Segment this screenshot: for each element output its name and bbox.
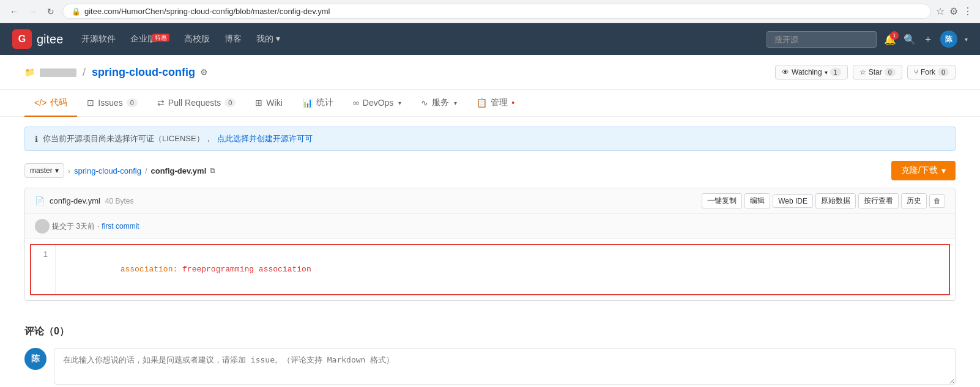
back-button[interactable]: ← bbox=[7, 5, 21, 18]
repo-title: 📁 / spring-cloud-config ⚙ bbox=[24, 66, 208, 79]
tab-nav: </> 代码 ⊡ Issues 0 ⇄ Pull Requests 0 ⊞ Wi… bbox=[0, 90, 980, 117]
file-path-left: master ▾ › spring-cloud-config / config-… bbox=[24, 163, 215, 178]
path-separator-1: › bbox=[68, 166, 70, 175]
code-line-1: 1 association: freeprogramming associati… bbox=[30, 244, 950, 295]
nav-blog[interactable]: 博客 bbox=[218, 30, 248, 48]
nav-mine[interactable]: 我的 ▾ bbox=[250, 30, 286, 48]
refresh-button[interactable]: ↻ bbox=[44, 5, 58, 18]
copy-path-icon[interactable]: ⧉ bbox=[210, 166, 215, 175]
watch-button[interactable]: 👁 Watching ▾ 1 bbox=[775, 65, 848, 79]
forward-button[interactable]: → bbox=[26, 5, 39, 18]
repo-path-link[interactable]: spring-cloud-config bbox=[74, 166, 141, 175]
repo-header: 📁 / spring-cloud-config ⚙ 👁 Watching ▾ 1… bbox=[0, 55, 980, 90]
file-card-header: 📄 config-dev.yml 40 Bytes 一键复制 编辑 Web ID… bbox=[25, 188, 955, 214]
line-number-1: 1 bbox=[31, 245, 56, 294]
clone-download-button[interactable]: 克隆/下载 ▾ bbox=[891, 161, 956, 180]
comment-user-avatar: 陈 bbox=[24, 348, 46, 370]
watch-count: 1 bbox=[830, 68, 841, 76]
navbar-links: 开源软件 企业版特惠 高校版 博客 我的 ▾ bbox=[75, 30, 286, 48]
web-ide-button[interactable]: Web IDE bbox=[773, 194, 813, 208]
avatar-dropdown[interactable]: ▾ bbox=[965, 36, 968, 43]
manage-dot: • bbox=[511, 98, 514, 108]
nav-opensource[interactable]: 开源软件 bbox=[75, 30, 122, 48]
tab-issues[interactable]: ⊡ Issues 0 bbox=[77, 90, 147, 116]
commit-link[interactable]: first commit bbox=[102, 222, 139, 230]
license-link[interactable]: 点此选择并创建开源许可可 bbox=[217, 133, 313, 144]
star-button[interactable]: ☆ Star 0 bbox=[853, 65, 902, 79]
browser-bar: ← → ↻ 🔒 gitee.com/HumorChen/spring-cloud… bbox=[0, 0, 980, 23]
address-bar[interactable]: 🔒 gitee.com/HumorChen/spring-cloud-confi… bbox=[62, 4, 931, 19]
main-container: 📁 / spring-cloud-config ⚙ 👁 Watching ▾ 1… bbox=[0, 55, 980, 387]
tab-manage[interactable]: 📋 管理 • bbox=[467, 90, 524, 117]
url-text: gitee.com/HumorChen/spring-cloud-config/… bbox=[84, 7, 330, 16]
fork-count: 0 bbox=[938, 68, 949, 76]
file-name: config-dev.yml bbox=[50, 196, 100, 205]
blame-button[interactable]: 按行查看 bbox=[858, 193, 899, 208]
history-button[interactable]: 历史 bbox=[901, 193, 927, 208]
add-button[interactable]: ＋ bbox=[923, 33, 933, 46]
pr-badge: 0 bbox=[225, 98, 236, 107]
tab-stats[interactable]: 📊 统计 bbox=[292, 90, 343, 117]
commit-time: 提交于 3天前 bbox=[52, 221, 95, 232]
commit-author-avatar bbox=[35, 219, 50, 234]
code-container: 1 association: freeprogramming associati… bbox=[25, 244, 955, 295]
lock-icon: 🔒 bbox=[72, 7, 81, 16]
notification-button[interactable]: 🔔 1 bbox=[884, 34, 896, 45]
comments-title: 评论（0） bbox=[24, 325, 956, 338]
fork-icon: ⑂ bbox=[914, 68, 918, 76]
nav-enterprise[interactable]: 企业版特惠 bbox=[124, 30, 176, 48]
file-size: 40 Bytes bbox=[105, 197, 134, 205]
repo-folder-icon: 📁 bbox=[24, 67, 35, 77]
navbar: G gitee 开源软件 企业版特惠 高校版 博客 我的 ▾ 🔔 1 🔍 ＋ 陈… bbox=[0, 23, 980, 55]
file-doc-icon: 📄 bbox=[35, 196, 45, 205]
repo-slash: / bbox=[83, 66, 86, 79]
edit-button[interactable]: 编辑 bbox=[744, 193, 770, 208]
line-content-1: association: freeprogramming association bbox=[56, 245, 319, 294]
notif-count: 1 bbox=[890, 31, 899, 40]
file-card: 📄 config-dev.yml 40 Bytes 一键复制 编辑 Web ID… bbox=[24, 188, 956, 301]
tab-pr[interactable]: ⇄ Pull Requests 0 bbox=[147, 90, 246, 116]
devops-icon: ∞ bbox=[353, 98, 359, 108]
delete-button[interactable]: 🗑 bbox=[929, 194, 945, 208]
branch-select[interactable]: master ▾ bbox=[24, 163, 64, 178]
navbar-brand[interactable]: G gitee bbox=[12, 29, 63, 49]
user-avatar[interactable]: 陈 bbox=[940, 31, 957, 48]
hot-badge: 特惠 bbox=[152, 34, 169, 42]
copy-all-button[interactable]: 一键复制 bbox=[702, 193, 742, 208]
tab-wiki[interactable]: ⊞ Wiki bbox=[245, 90, 292, 116]
tab-devops[interactable]: ∞ DevOps ▾ bbox=[343, 90, 412, 116]
extensions-button[interactable]: ⚙ bbox=[949, 6, 958, 17]
file-path-bar: master ▾ › spring-cloud-config / config-… bbox=[24, 161, 956, 180]
code-icon: </> bbox=[34, 98, 46, 108]
fork-button[interactable]: ⑂ Fork 0 bbox=[907, 65, 956, 79]
star-count: 0 bbox=[885, 68, 896, 76]
wiki-icon: ⊞ bbox=[255, 98, 262, 108]
navbar-right: 🔔 1 🔍 ＋ 陈 ▾ bbox=[767, 31, 968, 48]
explore-button[interactable]: 🔍 bbox=[904, 34, 916, 45]
repo-name[interactable]: spring-cloud-config bbox=[92, 66, 195, 79]
tab-code[interactable]: </> 代码 bbox=[24, 90, 77, 117]
content-area: ℹ 你当前开源项目尚未选择许可证（LICENSE）， 点此选择并创建开源许可可 … bbox=[0, 117, 980, 311]
nav-university[interactable]: 高校版 bbox=[178, 30, 216, 48]
raw-button[interactable]: 原始数据 bbox=[815, 193, 856, 208]
filename-path: config-dev.yml bbox=[151, 166, 207, 175]
comment-input-area: 陈 bbox=[24, 348, 956, 385]
tab-service[interactable]: ∿ 服务 ▾ bbox=[411, 90, 467, 117]
browser-actions: ☆ ⚙ ⋮ bbox=[936, 6, 973, 17]
gitee-logo: G bbox=[12, 29, 32, 49]
info-icon: ℹ bbox=[35, 135, 38, 144]
service-icon: ∿ bbox=[421, 98, 428, 108]
comments-section: 评论（0） 陈 bbox=[0, 311, 980, 387]
issues-badge: 0 bbox=[127, 98, 138, 107]
search-input[interactable] bbox=[767, 31, 877, 48]
manage-icon: 📋 bbox=[477, 98, 487, 108]
menu-button[interactable]: ⋮ bbox=[963, 6, 973, 17]
license-banner: ℹ 你当前开源项目尚未选择许可证（LICENSE）， 点此选择并创建开源许可可 bbox=[24, 127, 956, 151]
settings-icon[interactable]: ⚙ bbox=[200, 67, 208, 77]
gitee-text: gitee bbox=[37, 32, 63, 46]
comment-input[interactable] bbox=[54, 348, 956, 385]
path-separator-2: / bbox=[145, 166, 147, 175]
repo-actions: 👁 Watching ▾ 1 ☆ Star 0 ⑂ Fork 0 bbox=[775, 65, 956, 79]
bookmark-button[interactable]: ☆ bbox=[936, 6, 945, 17]
file-info: 📄 config-dev.yml 40 Bytes bbox=[35, 196, 134, 205]
